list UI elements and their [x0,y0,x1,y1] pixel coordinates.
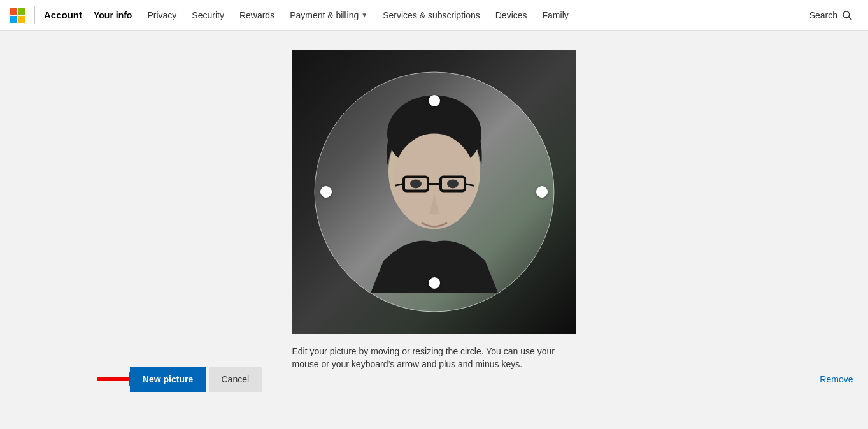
arrow-shaft [97,377,129,381]
remove-link[interactable]: Remove [820,369,853,389]
svg-point-16 [447,179,459,188]
microsoft-logo-icon [10,8,25,23]
svg-line-5 [849,17,852,20]
crop-handle-left[interactable] [320,186,332,198]
crop-handle-top[interactable] [429,95,440,106]
header: Account Your info Privacy Security Rewar… [0,0,868,31]
nav-link-rewards[interactable]: Rewards [232,0,282,31]
nav-link-devices[interactable]: Devices [488,0,535,31]
search-button[interactable]: Search [804,10,858,21]
new-picture-button[interactable]: New picture [130,367,206,392]
nav-link-services-subscriptions[interactable]: Services & subscriptions [375,0,488,31]
person-silhouette [371,82,498,293]
svg-rect-2 [10,16,17,23]
remove-link-wrap: Remove [820,374,853,385]
svg-point-4 [843,11,850,18]
buttons-group: New picture Cancel [130,367,262,392]
nav-link-family[interactable]: Family [535,0,576,31]
svg-rect-0 [10,8,17,15]
svg-point-15 [410,179,422,188]
cancel-button[interactable]: Cancel [209,367,262,392]
search-label: Search [809,10,837,20]
nav-link-security[interactable]: Security [184,0,232,31]
image-editor[interactable] [292,50,576,334]
crop-handle-right[interactable] [536,186,548,198]
microsoft-logo-link[interactable] [10,8,25,23]
nav-link-your-info[interactable]: Your info [86,0,139,31]
header-divider [34,6,35,24]
nav-account-link[interactable]: Account [44,10,82,20]
main-content: Edit your picture by moving or resizing … [0,31,868,429]
svg-rect-1 [18,8,25,15]
search-icon [841,10,853,21]
photo-background [292,50,576,334]
instruction-text: Edit your picture by moving or resizing … [292,345,576,370]
main-navigation: Your info Privacy Security Rewards Payme… [86,0,804,31]
nav-link-privacy[interactable]: Privacy [139,0,184,31]
nav-link-payment-billing[interactable]: Payment & billing ▼ [282,0,375,31]
crop-handle-bottom[interactable] [429,277,440,289]
svg-rect-3 [18,16,25,23]
payment-billing-chevron-icon: ▼ [361,11,367,18]
